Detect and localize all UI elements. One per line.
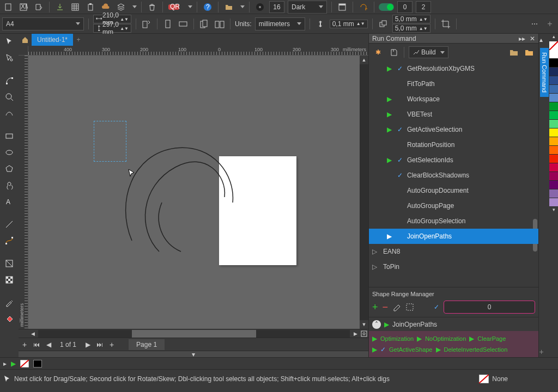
- color-swatch[interactable]: [549, 76, 558, 85]
- expand-up-icon[interactable]: ˄: [372, 320, 381, 329]
- play-icon[interactable]: ▶: [436, 346, 441, 353]
- help-icon[interactable]: ?: [202, 1, 214, 13]
- color-swatch[interactable]: [549, 155, 558, 163]
- color-swatch[interactable]: [549, 85, 558, 94]
- orientation-toggle-icon[interactable]: [141, 18, 153, 30]
- ellipse-tool[interactable]: [3, 146, 16, 159]
- command-item[interactable]: ▶VBETest: [369, 107, 538, 122]
- dropdown-caret-icon[interactable]: [240, 5, 245, 8]
- color-swatch[interactable]: [549, 137, 558, 146]
- color-swatch[interactable]: [549, 128, 558, 137]
- page-tab[interactable]: Page 1: [129, 339, 165, 350]
- table-icon[interactable]: [69, 1, 81, 13]
- import-icon[interactable]: [54, 1, 66, 13]
- shape-remove-icon[interactable]: −: [383, 302, 389, 313]
- first-page-button[interactable]: ⏮: [31, 339, 43, 351]
- home-tab[interactable]: [19, 34, 32, 46]
- command-item[interactable]: ▶JoinOpenPaths: [369, 229, 538, 244]
- counter-a[interactable]: 0: [397, 1, 413, 13]
- color-swatch[interactable]: [549, 111, 558, 120]
- spiral-tool[interactable]: [3, 179, 16, 192]
- ruler-horizontal[interactable]: 400 300 200 100 0 100 200 300 millimeter…: [28, 46, 368, 56]
- folder-open-icon[interactable]: [223, 1, 235, 13]
- color-swatch[interactable]: [549, 172, 558, 181]
- command-item[interactable]: ▶✓GetResolutionXbyGMS: [369, 61, 538, 76]
- add-page-before-button[interactable]: +: [19, 339, 31, 351]
- fill-tool[interactable]: [3, 313, 16, 326]
- pattern-tool[interactable]: [3, 273, 16, 286]
- vertical-scrollbar[interactable]: ▲ ▼: [360, 56, 368, 329]
- command-item[interactable]: ▶✓GetActiveSelection: [369, 122, 538, 137]
- play-icon[interactable]: ▶: [385, 126, 393, 133]
- prev-page-button[interactable]: ◀: [43, 339, 54, 351]
- command-item[interactable]: ▷ToPin: [369, 259, 538, 274]
- play-icon[interactable]: ▶: [372, 335, 377, 342]
- page-preset-select[interactable]: A4: [2, 17, 84, 30]
- shape-clear-icon[interactable]: [392, 303, 401, 311]
- quick-cmd[interactable]: GetActiveShape: [389, 346, 433, 353]
- last-page-button[interactable]: ⏭: [94, 339, 106, 351]
- bezier-tool[interactable]: [3, 234, 16, 247]
- folder-filled-icon[interactable]: [523, 46, 535, 58]
- scroll-left-button[interactable]: ◀: [28, 329, 37, 338]
- color-swatch[interactable]: [549, 120, 558, 128]
- status-expand-icon[interactable]: ▸: [3, 360, 7, 367]
- new-command-icon[interactable]: ✱: [372, 46, 384, 58]
- command-item[interactable]: ▶✓GetSelectionIds: [369, 152, 538, 168]
- units-select[interactable]: millimeters: [255, 17, 305, 30]
- folder-icon[interactable]: [508, 46, 520, 58]
- curve-shape[interactable]: [110, 137, 241, 257]
- clipboard-icon[interactable]: [84, 1, 96, 13]
- line-tool[interactable]: [3, 218, 16, 231]
- shape-marquee-icon[interactable]: [405, 303, 414, 311]
- color-swatch[interactable]: [549, 59, 558, 68]
- canvas[interactable]: [28, 56, 360, 329]
- toolbar-menu-icon[interactable]: ⋯: [529, 18, 541, 30]
- save-command-icon[interactable]: [387, 46, 399, 58]
- color-swatch[interactable]: [549, 163, 558, 172]
- command-item[interactable]: AutoGroupDocument: [369, 183, 538, 198]
- dup-y-field[interactable]: 5,0 mm▲▼: [392, 24, 430, 33]
- page-height-field[interactable]: ⭥297,0 mm▲▼: [93, 24, 131, 33]
- command-item[interactable]: FitToPath: [369, 76, 538, 91]
- transparency-tool[interactable]: [3, 257, 16, 270]
- text-tool[interactable]: A: [3, 195, 16, 208]
- quick-cmd[interactable]: Optimization: [380, 335, 414, 342]
- shape-range-value[interactable]: 0: [444, 301, 535, 314]
- badge-icon[interactable]: QR: [167, 1, 183, 13]
- freehand-tool[interactable]: [3, 107, 16, 120]
- palette-scroll-up[interactable]: ▴: [549, 34, 558, 41]
- play-icon[interactable]: ▶: [385, 156, 393, 164]
- window-layout-icon[interactable]: [336, 1, 348, 13]
- dropdown-caret-icon[interactable]: [188, 5, 192, 8]
- no-fill-swatch[interactable]: [20, 360, 29, 367]
- color-swatch[interactable]: [549, 41, 558, 50]
- panel-close-icon[interactable]: ✕: [530, 35, 535, 42]
- refresh-icon[interactable]: [357, 1, 369, 13]
- color-swatch[interactable]: [549, 189, 558, 198]
- scroll-right-button[interactable]: ▶: [351, 329, 360, 338]
- toolbar-add-icon[interactable]: +: [544, 18, 556, 30]
- landscape-icon[interactable]: [177, 18, 189, 30]
- xml-icon[interactable]: XML: [17, 1, 29, 13]
- play-icon[interactable]: ▶: [385, 95, 393, 103]
- crop-icon[interactable]: [440, 18, 452, 30]
- play-icon[interactable]: ▶: [384, 321, 389, 328]
- counter-b[interactable]: 2: [416, 1, 431, 13]
- rectangle-tool[interactable]: [3, 130, 16, 143]
- facing-pages-icon[interactable]: [214, 18, 226, 30]
- play-icon[interactable]: ▶: [372, 346, 377, 353]
- command-item[interactable]: AutoGroupPage: [369, 198, 538, 213]
- pages-icon[interactable]: [198, 18, 210, 30]
- color-swatch[interactable]: [549, 68, 558, 76]
- scroll-down-button[interactable]: ▼: [360, 320, 368, 329]
- play-icon[interactable]: ▶: [385, 232, 393, 240]
- play-icon[interactable]: ▶: [385, 111, 393, 118]
- document-tab[interactable]: Untitled-1*: [32, 34, 73, 46]
- zoom-tool[interactable]: [3, 90, 16, 103]
- command-item[interactable]: AutoGroupSelection: [369, 213, 538, 229]
- fill-none-icon[interactable]: [479, 375, 489, 383]
- toggle-switch[interactable]: [379, 3, 394, 11]
- number-field[interactable]: 16: [269, 1, 284, 13]
- collapse-toggle[interactable]: ▾: [19, 351, 368, 357]
